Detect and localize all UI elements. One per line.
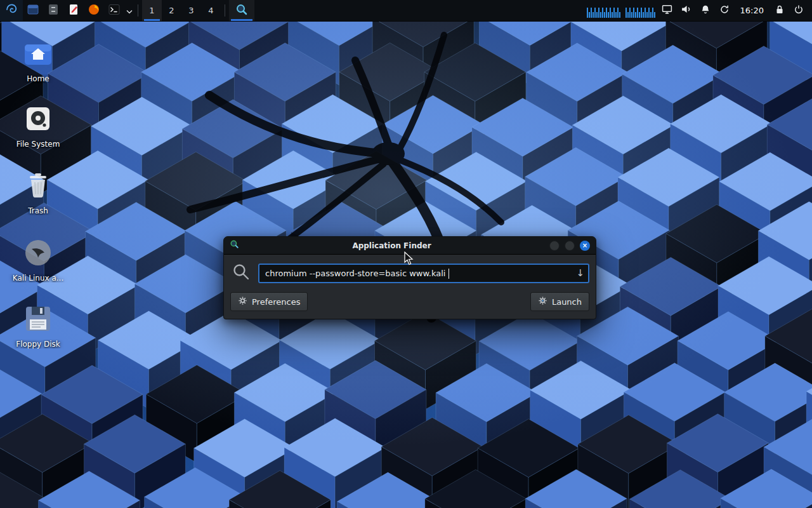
desktop-icon-label: Kali Linux a... <box>5 274 71 283</box>
volume-icon <box>681 4 691 17</box>
search-icon <box>232 263 250 283</box>
window-icon <box>230 239 239 251</box>
audio-visualizer <box>587 4 620 18</box>
window-title: Application Finder <box>239 241 544 250</box>
top-panel: 1 2 3 4 <box>0 0 812 22</box>
display-icon <box>662 4 672 17</box>
preferences-button[interactable]: Preferences <box>230 292 308 311</box>
preferences-label: Preferences <box>252 297 300 307</box>
desktop-icon-label: File System <box>5 140 71 149</box>
command-input-wrap: ↓ <box>258 264 589 283</box>
chevron-down-icon <box>126 4 133 17</box>
dropdown-arrow-button[interactable]: ↓ <box>576 267 584 279</box>
terminal-launcher[interactable] <box>104 0 124 21</box>
gear-icon <box>238 296 247 307</box>
close-button[interactable]: × <box>580 241 590 251</box>
mouse-cursor <box>403 251 416 268</box>
home-folder-icon <box>5 38 71 69</box>
notifications-button[interactable] <box>696 4 715 17</box>
desktop-icon-home[interactable]: Home <box>5 38 71 83</box>
desktop-icon-label: Home <box>5 74 71 83</box>
file-manager-icon <box>26 3 40 19</box>
desktop-icon-trash[interactable]: Trash <box>5 170 71 215</box>
floppy-disk-icon <box>5 304 71 334</box>
desktop-icon-label: Floppy Disk <box>5 340 71 349</box>
kali-disc-icon <box>5 237 71 268</box>
kali-logo-icon <box>4 3 18 19</box>
workspace-3[interactable]: 3 <box>181 0 201 21</box>
desktop-icon-kali-linux[interactable]: Kali Linux a... <box>5 237 71 283</box>
volume-button[interactable] <box>677 4 696 17</box>
display-settings-button[interactable] <box>658 4 677 17</box>
minimize-button[interactable] <box>549 241 560 251</box>
taskbar-application-finder[interactable] <box>229 0 254 21</box>
firefox-launcher[interactable] <box>84 0 104 21</box>
application-finder-window: Application Finder × ↓ <box>223 236 596 319</box>
updates-button[interactable] <box>715 4 734 17</box>
panel-tray: 16:20 <box>584 0 812 21</box>
drive-icon <box>5 104 71 134</box>
application-finder-icon <box>235 3 248 18</box>
firefox-icon <box>87 3 101 19</box>
text-caret <box>449 269 449 279</box>
workspace-4[interactable]: 4 <box>201 0 221 21</box>
power-icon <box>794 4 804 17</box>
maximize-button[interactable] <box>565 241 575 251</box>
bell-icon <box>700 4 710 17</box>
terminal-dropdown-button[interactable] <box>124 0 134 21</box>
launch-label: Launch <box>552 297 582 307</box>
workspace-1[interactable]: 1 <box>142 0 162 21</box>
panel-separator <box>138 4 138 17</box>
desktop-icon-floppy-disk[interactable]: Floppy Disk <box>5 304 71 349</box>
close-icon: × <box>582 243 587 249</box>
audio-visualizer <box>625 4 655 18</box>
workspace-2[interactable]: 2 <box>162 0 181 21</box>
logout-button[interactable] <box>789 4 808 17</box>
desktop-icon-file-system[interactable]: File System <box>5 104 71 149</box>
file-cabinet-icon <box>46 3 60 19</box>
trash-icon <box>5 170 71 201</box>
text-editor-icon <box>67 3 81 19</box>
button-row: Preferences Launch <box>224 287 596 319</box>
applications-menu-button[interactable] <box>0 0 23 21</box>
refresh-icon <box>719 4 730 17</box>
lock-icon <box>775 4 785 17</box>
terminal-icon <box>107 3 121 19</box>
file-cabinet-launcher[interactable] <box>43 0 63 21</box>
file-manager-launcher[interactable] <box>23 0 43 21</box>
launch-icon <box>538 296 547 307</box>
panel-separator <box>225 4 225 17</box>
command-input[interactable] <box>258 264 589 283</box>
text-editor-launcher[interactable] <box>63 0 84 21</box>
clock[interactable]: 16:20 <box>734 6 770 15</box>
desktop-icon-label: Trash <box>5 206 71 215</box>
launch-button[interactable]: Launch <box>530 292 589 311</box>
screen-lock-button[interactable] <box>770 4 789 17</box>
